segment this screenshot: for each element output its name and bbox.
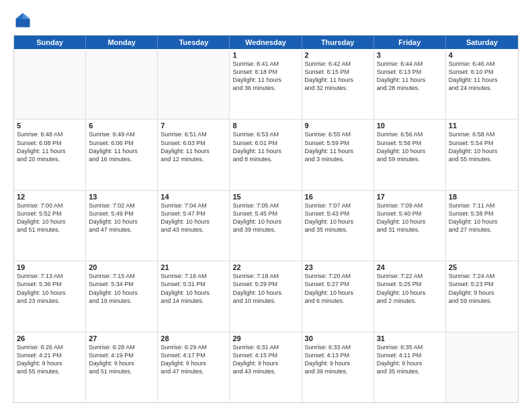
- logo: [13, 11, 35, 30]
- day-info: Sunrise: 6:55 AM Sunset: 5:59 PM Dayligh…: [305, 130, 371, 163]
- calendar-row-3: 19Sunrise: 7:13 AM Sunset: 5:36 PM Dayli…: [14, 261, 518, 332]
- calendar-cell-15: 15Sunrise: 7:05 AM Sunset: 5:45 PM Dayli…: [230, 191, 302, 261]
- calendar-cell-20: 20Sunrise: 7:15 AM Sunset: 5:34 PM Dayli…: [86, 261, 158, 331]
- day-info: Sunrise: 7:04 AM Sunset: 5:47 PM Dayligh…: [161, 201, 226, 234]
- calendar-cell-empty-0-1: [86, 49, 158, 119]
- calendar: SundayMondayTuesdayWednesdayThursdayFrid…: [13, 35, 519, 403]
- calendar-cell-16: 16Sunrise: 7:07 AM Sunset: 5:43 PM Dayli…: [302, 191, 374, 261]
- calendar-cell-21: 21Sunrise: 7:16 AM Sunset: 5:31 PM Dayli…: [158, 261, 230, 331]
- calendar-cell-1: 1Sunrise: 6:41 AM Sunset: 6:18 PM Daylig…: [230, 49, 302, 119]
- day-number: 3: [377, 51, 443, 59]
- calendar-cell-25: 25Sunrise: 7:24 AM Sunset: 5:23 PM Dayli…: [446, 261, 518, 331]
- day-info: Sunrise: 6:51 AM Sunset: 6:03 PM Dayligh…: [161, 130, 226, 163]
- day-info: Sunrise: 7:18 AM Sunset: 5:29 PM Dayligh…: [232, 272, 298, 305]
- day-number: 11: [449, 122, 515, 130]
- calendar-cell-empty-0-2: [158, 49, 230, 119]
- day-number: 9: [305, 122, 371, 130]
- calendar-header: SundayMondayTuesdayWednesdayThursdayFrid…: [14, 36, 518, 49]
- day-number: 25: [449, 263, 515, 271]
- weekday-header-thursday: Thursday: [302, 36, 374, 49]
- day-number: 7: [161, 122, 226, 130]
- calendar-cell-31: 31Sunrise: 6:35 AM Sunset: 4:11 PM Dayli…: [374, 332, 446, 402]
- day-info: Sunrise: 6:53 AM Sunset: 6:01 PM Dayligh…: [232, 130, 298, 163]
- calendar-cell-23: 23Sunrise: 7:20 AM Sunset: 5:27 PM Dayli…: [302, 261, 374, 331]
- svg-marker-1: [23, 13, 30, 19]
- day-number: 27: [89, 334, 154, 342]
- calendar-cell-28: 28Sunrise: 6:29 AM Sunset: 4:17 PM Dayli…: [158, 332, 230, 402]
- day-info: Sunrise: 7:24 AM Sunset: 5:23 PM Dayligh…: [449, 272, 515, 305]
- calendar-cell-30: 30Sunrise: 6:33 AM Sunset: 4:13 PM Dayli…: [302, 332, 374, 402]
- calendar-row-1: 5Sunrise: 6:48 AM Sunset: 6:08 PM Daylig…: [14, 120, 518, 190]
- day-info: Sunrise: 7:05 AM Sunset: 5:45 PM Dayligh…: [232, 201, 298, 234]
- calendar-cell-11: 11Sunrise: 6:58 AM Sunset: 5:54 PM Dayli…: [446, 120, 518, 189]
- day-number: 6: [89, 122, 154, 130]
- day-info: Sunrise: 6:46 AM Sunset: 6:10 PM Dayligh…: [449, 60, 515, 93]
- calendar-cell-empty-0-0: [14, 49, 86, 119]
- day-number: 19: [17, 263, 83, 271]
- logo-icon: [13, 11, 32, 30]
- day-number: 23: [305, 263, 371, 271]
- day-number: 15: [232, 193, 298, 201]
- day-info: Sunrise: 6:31 AM Sunset: 4:15 PM Dayligh…: [232, 343, 298, 376]
- day-info: Sunrise: 6:41 AM Sunset: 6:18 PM Dayligh…: [232, 60, 298, 93]
- day-info: Sunrise: 7:00 AM Sunset: 5:52 PM Dayligh…: [17, 201, 83, 234]
- calendar-body: 1Sunrise: 6:41 AM Sunset: 6:18 PM Daylig…: [14, 49, 518, 402]
- weekday-header-wednesday: Wednesday: [230, 36, 302, 49]
- day-number: 29: [232, 334, 298, 342]
- day-info: Sunrise: 6:49 AM Sunset: 6:06 PM Dayligh…: [89, 130, 154, 163]
- calendar-row-2: 12Sunrise: 7:00 AM Sunset: 5:52 PM Dayli…: [14, 191, 518, 261]
- day-number: 1: [232, 51, 298, 59]
- calendar-cell-24: 24Sunrise: 7:22 AM Sunset: 5:25 PM Dayli…: [374, 261, 446, 331]
- day-number: 31: [377, 334, 443, 342]
- day-info: Sunrise: 6:58 AM Sunset: 5:54 PM Dayligh…: [449, 130, 515, 163]
- day-number: 30: [305, 334, 371, 342]
- day-number: 18: [449, 193, 515, 201]
- svg-marker-2: [16, 13, 24, 19]
- calendar-cell-2: 2Sunrise: 6:42 AM Sunset: 6:15 PM Daylig…: [302, 49, 374, 119]
- day-number: 5: [17, 122, 83, 130]
- day-number: 16: [305, 193, 371, 201]
- day-info: Sunrise: 6:33 AM Sunset: 4:13 PM Dayligh…: [305, 343, 371, 376]
- day-number: 20: [89, 263, 154, 271]
- calendar-cell-19: 19Sunrise: 7:13 AM Sunset: 5:36 PM Dayli…: [14, 261, 86, 331]
- day-info: Sunrise: 7:11 AM Sunset: 5:38 PM Dayligh…: [449, 201, 515, 234]
- weekday-header-tuesday: Tuesday: [158, 36, 230, 49]
- day-info: Sunrise: 6:56 AM Sunset: 5:56 PM Dayligh…: [377, 130, 443, 163]
- day-info: Sunrise: 7:20 AM Sunset: 5:27 PM Dayligh…: [305, 272, 371, 305]
- day-info: Sunrise: 7:15 AM Sunset: 5:34 PM Dayligh…: [89, 272, 154, 305]
- calendar-cell-4: 4Sunrise: 6:46 AM Sunset: 6:10 PM Daylig…: [446, 49, 518, 119]
- day-info: Sunrise: 6:28 AM Sunset: 4:19 PM Dayligh…: [89, 343, 154, 376]
- day-number: 8: [232, 122, 298, 130]
- calendar-cell-13: 13Sunrise: 7:02 AM Sunset: 5:49 PM Dayli…: [86, 191, 158, 261]
- day-number: 17: [377, 193, 443, 201]
- calendar-cell-27: 27Sunrise: 6:28 AM Sunset: 4:19 PM Dayli…: [86, 332, 158, 402]
- calendar-cell-8: 8Sunrise: 6:53 AM Sunset: 6:01 PM Daylig…: [230, 120, 302, 189]
- day-info: Sunrise: 7:13 AM Sunset: 5:36 PM Dayligh…: [17, 272, 83, 305]
- calendar-row-4: 26Sunrise: 6:26 AM Sunset: 4:21 PM Dayli…: [14, 332, 518, 402]
- calendar-cell-26: 26Sunrise: 6:26 AM Sunset: 4:21 PM Dayli…: [14, 332, 86, 402]
- day-info: Sunrise: 6:29 AM Sunset: 4:17 PM Dayligh…: [161, 343, 226, 376]
- calendar-cell-6: 6Sunrise: 6:49 AM Sunset: 6:06 PM Daylig…: [86, 120, 158, 189]
- calendar-cell-3: 3Sunrise: 6:44 AM Sunset: 6:13 PM Daylig…: [374, 49, 446, 119]
- calendar-cell-18: 18Sunrise: 7:11 AM Sunset: 5:38 PM Dayli…: [446, 191, 518, 261]
- day-number: 13: [89, 193, 154, 201]
- day-info: Sunrise: 7:09 AM Sunset: 5:40 PM Dayligh…: [377, 201, 443, 234]
- day-number: 14: [161, 193, 226, 201]
- day-info: Sunrise: 6:44 AM Sunset: 6:13 PM Dayligh…: [377, 60, 443, 93]
- day-number: 22: [232, 263, 298, 271]
- day-info: Sunrise: 6:35 AM Sunset: 4:11 PM Dayligh…: [377, 343, 443, 376]
- page: SundayMondayTuesdayWednesdayThursdayFrid…: [0, 0, 532, 411]
- calendar-cell-10: 10Sunrise: 6:56 AM Sunset: 5:56 PM Dayli…: [374, 120, 446, 189]
- day-info: Sunrise: 7:02 AM Sunset: 5:49 PM Dayligh…: [89, 201, 154, 234]
- day-info: Sunrise: 7:16 AM Sunset: 5:31 PM Dayligh…: [161, 272, 226, 305]
- weekday-header-monday: Monday: [86, 36, 158, 49]
- calendar-cell-12: 12Sunrise: 7:00 AM Sunset: 5:52 PM Dayli…: [14, 191, 86, 261]
- day-info: Sunrise: 6:48 AM Sunset: 6:08 PM Dayligh…: [17, 130, 83, 163]
- day-number: 26: [17, 334, 83, 342]
- header: [13, 11, 519, 30]
- calendar-cell-17: 17Sunrise: 7:09 AM Sunset: 5:40 PM Dayli…: [374, 191, 446, 261]
- day-info: Sunrise: 7:22 AM Sunset: 5:25 PM Dayligh…: [377, 272, 443, 305]
- day-number: 10: [377, 122, 443, 130]
- weekday-header-friday: Friday: [374, 36, 446, 49]
- day-info: Sunrise: 6:26 AM Sunset: 4:21 PM Dayligh…: [17, 343, 83, 376]
